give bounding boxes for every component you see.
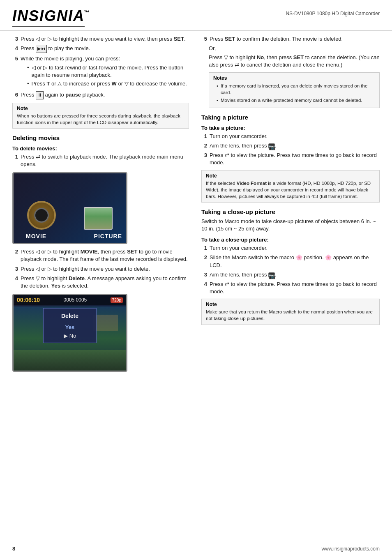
tp-step-1-num: 1 [201, 133, 207, 140]
step-4-num: 4 [12, 45, 18, 53]
delete-step-4-num: 4 [12, 275, 18, 290]
logo-underline [12, 26, 85, 27]
step-4-content: Press ▶⏮ to play the movie. [21, 45, 189, 53]
tp-step-1: 1 Turn on your camcorder. [201, 133, 380, 140]
note-macro-title: Note [206, 302, 375, 307]
bg-ground [14, 350, 126, 371]
delete-screen-header: 00:06:10 0005 0005 720p [14, 295, 126, 305]
page-wrapper: INSIGNIA NS-DV1080P 1080p HD Digital Cam… [0, 0, 392, 555]
delete-step-2-num: 2 [12, 248, 18, 263]
note-playback-box: Note When no buttons are pressed for thr… [12, 103, 189, 129]
confirm-step-5-num: 5 [201, 35, 207, 43]
cu-step-1-content: Turn on your camcorder. [210, 244, 380, 252]
note-video-format-title: Note [206, 173, 375, 179]
step-5-num: 5 [12, 55, 18, 90]
tp-step-3: 3 Press ⇄ to view the picture. Press two… [201, 152, 380, 166]
delete-step-3-content: Press ◁ or ▷ to highlight the movie you … [21, 265, 189, 273]
bg-detail [93, 315, 118, 331]
delete-menu-no: ▶No [44, 332, 96, 340]
movie-picture-screen: MOVIE PICTURE [12, 172, 127, 244]
delete-step-4-content: Press ▽ to highlight Delete. A message a… [21, 275, 189, 290]
notes-box-title: Notes [213, 75, 375, 81]
taking-closeup-heading: Taking a close-up picture [201, 208, 380, 215]
picture-label: PICTURE [94, 233, 122, 240]
tp-step-3-content: Press ⇄ to view the picture. Press two m… [210, 152, 380, 166]
taking-closeup-subheading: To take a close-up picture: [201, 237, 380, 243]
cancel-text: Press ▽ to highlight No, then press SET … [209, 54, 380, 69]
delete-menu-yes: Yes [44, 323, 96, 332]
closeup-intro: Switch to Macro mode to take close-up pi… [201, 218, 380, 233]
step-3-content: Press ◁ or ▷ to highlight the movie you … [21, 35, 189, 43]
delete-steps-2: 2 Press ◁ or ▷ to highlight MOVIE, then … [12, 248, 189, 290]
note-macro-text: Make sure that you return the Macro swit… [206, 309, 375, 322]
tp-step-1-content: Turn on your camcorder. [210, 133, 380, 140]
cu-step-1-num: 1 [201, 244, 207, 252]
page-number: 8 [12, 546, 15, 552]
delete-step-1: 1 Press ⇄ to switch to playback mode. Th… [12, 153, 189, 168]
delete-menu: Delete Yes ▶No [43, 308, 97, 343]
film-icon [27, 201, 56, 230]
delete-step-2-content: Press ◁ or ▷ to highlight MOVIE, then pr… [21, 248, 189, 263]
timecode-display: 00:06:10 [17, 297, 40, 303]
note-item-1: If a memory card is inserted, you can de… [217, 83, 375, 96]
bullet-1: ◁ or ▷ to fast-rewind or fast-forward th… [27, 64, 189, 79]
counter-display: 0005 0005 [64, 297, 87, 303]
header: INSIGNIA NS-DV1080P 1080p HD Digital Cam… [0, 0, 392, 31]
logo: INSIGNIA [12, 7, 85, 25]
note-playback-title: Note [17, 106, 184, 111]
note-macro-box: Note Make sure that you return the Macro… [201, 299, 380, 325]
step-6: 6 Press ⏸ again to pause playback. [12, 91, 189, 99]
cu-step-4-num: 4 [201, 281, 207, 295]
bullet-2: Press T or △ to increase or press W or ▽… [27, 80, 189, 88]
picture-icon [84, 207, 113, 230]
step-6-num: 6 [12, 91, 18, 99]
delete-step-1-content: Press ⇄ to switch to playback mode. The … [21, 153, 189, 168]
delete-step-2: 2 Press ◁ or ▷ to highlight MOVIE, then … [12, 248, 189, 263]
note-video-format-box: Note If the selected Video Format is a w… [201, 170, 380, 203]
taking-picture-steps: 1 Turn on your camcorder. 2 Aim the lens… [201, 133, 380, 167]
step-6-content: Press ⏸ again to pause playback. [21, 91, 189, 99]
logo-area: INSIGNIA [12, 7, 85, 27]
main-content: 3 Press ◁ or ▷ to highlight the movie yo… [0, 35, 392, 376]
step-5-bullets: ◁ or ▷ to fast-rewind or fast-forward th… [27, 64, 189, 88]
closeup-steps: 1 Turn on your camcorder. 2 Slide the Ma… [201, 244, 380, 295]
cu-step-4-content: Press ⇄ to view the picture. Press two m… [210, 281, 380, 295]
deleting-movies-heading: Deleting movies [12, 134, 189, 141]
note-playback-text: When no buttons are pressed for three se… [17, 113, 184, 126]
cu-step-1: 1 Turn on your camcorder. [201, 244, 380, 252]
notes-box: Notes If a memory card is inserted, you … [209, 72, 380, 108]
right-column: 5 Press SET to confirm the deletion. The… [201, 35, 380, 376]
delete-screen: 00:06:10 0005 0005 720p Delete Yes ▶No [12, 294, 127, 372]
notes-list: If a memory card is inserted, you can de… [217, 83, 375, 104]
cu-step-2-content: Slide the Macro switch to the macro 🌸 po… [210, 254, 380, 269]
taking-picture-heading: Taking a picture [201, 114, 380, 121]
note-item-2: Movies stored on a write-protected memor… [217, 97, 375, 104]
movie-cell [14, 173, 70, 243]
tp-step-2: 2 Aim the lens, then press 📷. [201, 142, 380, 150]
confirm-step-5-content: Press SET to confirm the deletion. The m… [210, 35, 380, 43]
step-5: 5 While the movie is playing, you can pr… [12, 55, 189, 90]
header-product-title: NS-DV1080P 1080p HD Digital Camcorder [286, 7, 380, 16]
tp-step-2-content: Aim the lens, then press 📷. [210, 142, 380, 150]
footer: 8 www.insigniaproducts.com [0, 542, 392, 555]
cu-step-2-num: 2 [201, 254, 207, 269]
left-column: 3 Press ◁ or ▷ to highlight the movie yo… [12, 35, 189, 376]
cu-step-3-num: 3 [201, 271, 207, 279]
or-text: Or, [209, 45, 380, 51]
confirm-step-5: 5 Press SET to confirm the deletion. The… [201, 35, 380, 43]
delete-step-4: 4 Press ▽ to highlight Delete. A message… [12, 275, 189, 290]
tp-step-3-num: 3 [201, 152, 207, 166]
movie-label: MOVIE [26, 233, 46, 240]
deleting-movies-subheading: To delete movies: [12, 145, 189, 152]
confirm-steps: 5 Press SET to confirm the deletion. The… [201, 35, 380, 43]
cu-step-2: 2 Slide the Macro switch to the macro 🌸 … [201, 254, 380, 269]
taking-picture-subheading: To take a picture: [201, 125, 380, 131]
picture-cell [70, 173, 127, 243]
continuing-steps: 3 Press ◁ or ▷ to highlight the movie yo… [12, 35, 189, 99]
delete-step-1-num: 1 [12, 153, 18, 168]
cu-step-3-content: Aim the lens, then press 📷. [210, 271, 380, 279]
tp-step-2-num: 2 [201, 142, 207, 150]
delete-step-3-num: 3 [12, 265, 18, 273]
step-5-content: While the movie is playing, you can pres… [21, 55, 189, 90]
footer-url: www.insigniaproducts.com [322, 546, 380, 552]
